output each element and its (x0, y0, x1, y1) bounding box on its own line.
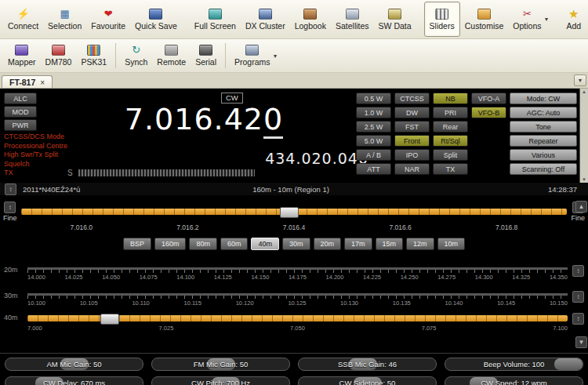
close-icon[interactable]: × (40, 78, 45, 87)
quick-save-button[interactable]: Quick Save (130, 2, 182, 37)
radio-option-link[interactable]: High Swr/Tx Split (4, 151, 67, 160)
star-icon: ★ (568, 9, 579, 20)
dm780-button[interactable]: DM780 (41, 41, 77, 71)
radio-option-link[interactable]: CTCSS/DCS Mode (4, 133, 67, 142)
radio-scrollbar[interactable]: ▲ ▼ (579, 89, 588, 183)
favourite-button[interactable]: ❤ Favourite (86, 2, 130, 37)
radio-option-links[interactable]: CTCSS/DCS ModeProcessional CentreHigh Sw… (4, 133, 67, 178)
options-button[interactable]: ✂ Options ▼ (508, 2, 554, 37)
radio-button-nar[interactable]: NAR (394, 163, 430, 175)
synch-button[interactable]: ↻ Synch (120, 41, 152, 71)
radio-wide-button-agc-auto[interactable]: AGC: Auto (510, 107, 577, 118)
sliders-button[interactable]: Sliders (424, 2, 460, 37)
band-button-bsp[interactable]: BSP (123, 238, 151, 250)
radio-button-1-0-w[interactable]: 1.0 W (356, 107, 391, 118)
band-scale-20m[interactable] (27, 265, 568, 273)
satellites-button[interactable]: Satellites (331, 2, 374, 37)
sw-data-button[interactable]: SW Data (374, 2, 416, 37)
tab-ft817[interactable]: FT-817 × (2, 75, 53, 88)
band-button-40m[interactable]: 40m (251, 238, 279, 250)
band-scale-30m[interactable] (27, 291, 568, 299)
radio-button-2-5-w[interactable]: 2.5 W (356, 121, 391, 133)
radio-wide-button-mode-cw[interactable]: Mode: CW (510, 93, 577, 104)
connect-button[interactable]: ⚡ Connect (3, 2, 43, 37)
radio-button-vfo-b[interactable]: VFO-B (471, 107, 506, 118)
mapper-button[interactable]: Mapper (3, 41, 41, 71)
radio-button-front[interactable]: Front (394, 135, 430, 147)
radio-button-ipo[interactable]: IPO (394, 149, 430, 161)
band-button-17m[interactable]: 17m (344, 238, 372, 250)
slider-cw-sidetone[interactable]: CW Sidetone: 50 (298, 376, 437, 385)
radio-button-att[interactable]: ATT (356, 163, 391, 175)
band-row-updown-icon[interactable]: ↕ (572, 291, 584, 303)
chevron-down-icon[interactable]: ▼ (544, 16, 550, 22)
radio-wide-button-repeater[interactable]: Repeater (510, 135, 577, 147)
remote-button[interactable]: Remote (152, 41, 191, 71)
resize-updown-icon[interactable]: ↕ (5, 183, 16, 195)
programs-button[interactable]: Programs ▼ (230, 41, 282, 71)
sub-frequency-display[interactable]: 434.020.040 (227, 150, 368, 167)
pwr-button[interactable]: PWR (4, 119, 37, 131)
radio-button-pri[interactable]: PRI (433, 107, 468, 118)
radio-wide-button-various[interactable]: Various (510, 149, 577, 161)
band-button-20m[interactable]: 20m (314, 238, 342, 250)
radio-option-link[interactable]: Processional Centre (4, 142, 67, 151)
band-button-60m[interactable]: 60m (220, 238, 249, 250)
radio-button-a-b[interactable]: A / B (356, 149, 391, 161)
chevron-down-icon[interactable]: ▼ (273, 53, 278, 59)
band-button-160m[interactable]: 160m (154, 238, 187, 250)
radio-button-split[interactable]: Split (433, 149, 468, 161)
psk31-button[interactable]: PSK31 (76, 41, 111, 71)
slider-beep-volume[interactable]: Beep Volume: 100 (445, 358, 583, 371)
scroll-up-icon[interactable]: ▲ (582, 89, 586, 94)
slider-cw-pitch[interactable]: CW Pitch: 700 Hz (151, 376, 290, 385)
radio-button-vfo-a[interactable]: VFO-A (471, 93, 506, 104)
radio-option-link[interactable]: Squelch (4, 160, 67, 169)
band-row-updown-icon[interactable]: ↕ (572, 313, 584, 325)
frequency-digits[interactable]: 7.016.42 (125, 102, 263, 136)
radio-button-nb[interactable]: NB (433, 93, 468, 104)
radio-button-rear[interactable]: Rear (433, 121, 468, 133)
alc-button[interactable]: ALC (4, 93, 37, 104)
logbook-button[interactable]: Logbook (290, 2, 331, 37)
serial-button[interactable]: Serial (191, 41, 221, 71)
mod-button[interactable]: MOD (4, 106, 37, 118)
radio-wide-button-tone[interactable]: Tone (510, 121, 577, 133)
main-tuning-slider[interactable] (21, 206, 568, 217)
panel-scroll-down-icon[interactable]: ▼ (575, 336, 587, 348)
band-handle-40m[interactable] (100, 314, 119, 325)
customise-button[interactable]: Customise (460, 2, 509, 37)
full-screen-button[interactable]: Full Screen (190, 2, 241, 37)
band-slider-40m[interactable] (27, 313, 568, 324)
scroll-down-icon[interactable]: ▼ (582, 177, 586, 182)
radio-button-dw[interactable]: DW (394, 107, 430, 118)
slider-cw-delay[interactable]: CW Delay: 670 ms (5, 376, 143, 385)
band-button-30m[interactable]: 30m (282, 238, 310, 250)
slider-cw-speed[interactable]: CW Speed: 12 wpm (445, 376, 583, 385)
radio-button-5-0-w[interactable]: 5.0 W (356, 135, 391, 147)
radio-wide-button-scanning-off[interactable]: Scanning: Off (510, 163, 577, 175)
selection-button[interactable]: ▦ Selection (43, 2, 86, 37)
slider-am-mic-gain[interactable]: AM Mic Gain: 50 (5, 358, 143, 371)
main-frequency-display[interactable]: 7.016.420 (74, 102, 333, 136)
dx-cluster-button[interactable]: DX Cluster (241, 2, 290, 37)
radio-button-0-5-w[interactable]: 0.5 W (356, 93, 391, 104)
band-button-80m[interactable]: 80m (189, 238, 217, 250)
radio-button-rt-sql[interactable]: Rt/Sql (433, 135, 468, 147)
radio-option-link[interactable]: TX (4, 169, 67, 178)
band-button-15m[interactable]: 15m (376, 238, 404, 250)
radio-button-tx[interactable]: TX (433, 163, 468, 175)
radio-button-fst[interactable]: FST (394, 121, 430, 133)
band-button-10m[interactable]: 10m (437, 238, 466, 250)
panel-scroll-up-icon[interactable]: ▲ (575, 201, 587, 212)
slider-fm-mic-gain[interactable]: FM Mic Gain: 50 (151, 358, 290, 371)
tab-scroll-button[interactable]: ▼ (574, 74, 586, 86)
band-button-12m[interactable]: 12m (406, 238, 434, 250)
radio-button-ctcss[interactable]: CTCSS (394, 93, 430, 104)
slider-ssb-mic-gain[interactable]: SSB Mic Gain: 46 (298, 358, 437, 371)
fine-left-updown-icon[interactable]: ↕ (4, 202, 16, 213)
frequency-cursor-digit[interactable]: 0 (263, 102, 283, 139)
tuning-handle[interactable] (280, 207, 299, 218)
add-button[interactable]: ★ Add (561, 2, 586, 37)
band-row-updown-icon[interactable]: ↕ (572, 265, 584, 277)
